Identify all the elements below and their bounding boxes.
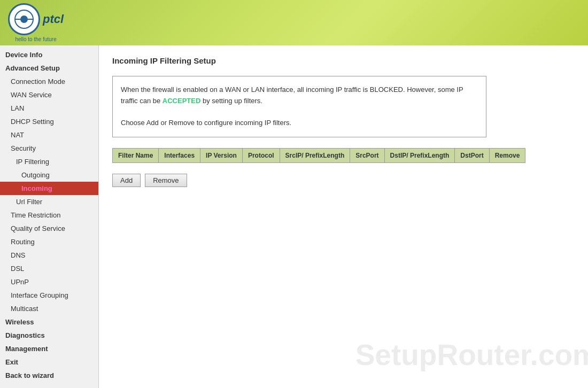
- sidebar-item-wan-service[interactable]: WAN Service: [0, 88, 98, 102]
- info-paragraph-2: Choose Add or Remove to configure incomi…: [121, 118, 478, 129]
- sidebar-item-wireless[interactable]: Wireless: [0, 315, 98, 329]
- page-title: Incoming IP Filtering Setup: [112, 56, 575, 65]
- sidebar-item-security[interactable]: Security: [0, 142, 98, 155]
- header: ptcl hello to the future: [0, 0, 588, 45]
- sidebar-item-connection-mode[interactable]: Connection Mode: [0, 75, 98, 88]
- info-text-1-end: by setting up filters.: [200, 97, 262, 105]
- sidebar-item-multicast[interactable]: Multicast: [0, 302, 98, 315]
- sidebar-item-url-filter[interactable]: Url Filter: [0, 195, 98, 208]
- info-accepted: ACCEPTED: [163, 97, 201, 105]
- sidebar: Device InfoAdvanced SetupConnection Mode…: [0, 45, 99, 388]
- logo-text: ptcl: [43, 12, 64, 26]
- main-layout: Device InfoAdvanced SetupConnection Mode…: [0, 45, 588, 388]
- sidebar-item-exit[interactable]: Exit: [0, 355, 98, 369]
- table-header-row: Filter NameInterfacesIP VersionProtocolS…: [113, 149, 525, 163]
- table-header-cell: SrcPort: [350, 149, 384, 163]
- sidebar-item-diagnostics[interactable]: Diagnostics: [0, 329, 98, 342]
- sidebar-item-time-restriction[interactable]: Time Restriction: [0, 208, 98, 222]
- sidebar-item-device-info[interactable]: Device Info: [0, 48, 98, 61]
- button-row: Add Remove: [112, 174, 575, 187]
- table-header-cell: Interfaces: [159, 149, 200, 163]
- filter-table: Filter NameInterfacesIP VersionProtocolS…: [112, 148, 525, 163]
- table-header-cell: DstPort: [455, 149, 489, 163]
- sidebar-item-ip-filtering[interactable]: IP Filtering: [0, 155, 98, 168]
- table-header-cell: Protocol: [242, 149, 280, 163]
- logo-circle: [8, 3, 40, 35]
- sidebar-item-upnp[interactable]: UPnP: [0, 275, 98, 289]
- sidebar-item-outgoing[interactable]: Outgoing: [0, 168, 98, 182]
- sidebar-item-dhcp-setting[interactable]: DHCP Setting: [0, 115, 98, 128]
- table-header-cell: Filter Name: [113, 149, 159, 163]
- sidebar-item-dns[interactable]: DNS: [0, 249, 98, 262]
- info-box: When the firewall is enabled on a WAN or…: [112, 76, 486, 137]
- logo: ptcl hello to the future: [8, 3, 64, 42]
- sidebar-item-incoming[interactable]: Incoming: [0, 182, 98, 195]
- add-button[interactable]: Add: [112, 174, 141, 187]
- watermark: SetupRouter.com: [355, 338, 588, 372]
- sidebar-item-interface-grouping[interactable]: Interface Grouping: [0, 289, 98, 302]
- table-header-cell: IP Version: [200, 149, 243, 163]
- sidebar-item-back-to-wizard[interactable]: Back to wizard: [0, 369, 98, 382]
- table-header-cell: SrcIP/ PrefixLength: [280, 149, 350, 163]
- info-paragraph-1: When the firewall is enabled on a WAN or…: [121, 84, 478, 107]
- sidebar-item-nat[interactable]: NAT: [0, 128, 98, 142]
- sidebar-item-quality-of-service[interactable]: Quality of Service: [0, 222, 98, 235]
- content-area: Incoming IP Filtering Setup When the fir…: [99, 45, 588, 388]
- sidebar-item-dsl[interactable]: DSL: [0, 262, 98, 275]
- logo-subtitle: hello to the future: [15, 36, 56, 42]
- sidebar-item-management[interactable]: Management: [0, 342, 98, 355]
- svg-point-1: [21, 16, 27, 22]
- sidebar-item-routing[interactable]: Routing: [0, 235, 98, 249]
- sidebar-item-advanced-setup[interactable]: Advanced Setup: [0, 61, 98, 75]
- table-header-cell: Remove: [489, 149, 525, 163]
- sidebar-item-lan[interactable]: LAN: [0, 102, 98, 115]
- svg-point-2: [23, 18, 26, 21]
- table-header-cell: DstIP/ PrefixLength: [384, 149, 455, 163]
- remove-button[interactable]: Remove: [145, 174, 187, 187]
- table-head: Filter NameInterfacesIP VersionProtocolS…: [113, 149, 525, 163]
